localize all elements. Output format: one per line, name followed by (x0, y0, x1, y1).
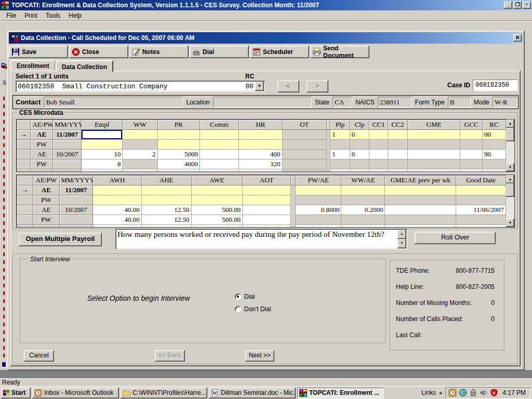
grid-cell[interactable] (350, 140, 369, 150)
grid-cell[interactable]: 12.50 (141, 205, 191, 215)
grid-cell[interactable] (282, 130, 326, 140)
grid-cell[interactable] (483, 140, 506, 150)
grid-cell[interactable] (369, 150, 388, 159)
grid-cell[interactable] (388, 150, 408, 159)
grid-cell[interactable] (295, 215, 341, 225)
grid-cell[interactable] (369, 130, 388, 140)
grid-cell[interactable] (295, 225, 341, 228)
grid-cell[interactable] (191, 225, 242, 228)
menu-help[interactable]: Help (64, 11, 86, 20)
globe-tray-icon[interactable] (459, 389, 467, 397)
grid-cell[interactable] (341, 225, 385, 228)
grid-cell[interactable] (123, 169, 157, 172)
grid-cell[interactable] (157, 169, 200, 172)
menu-tools[interactable]: Tools (42, 11, 64, 20)
dialog-close-button[interactable]: ✕ (513, 34, 522, 42)
combo-dropdown-icon[interactable]: ▼ (255, 82, 264, 91)
scroll-up-icon[interactable]: ▲ (506, 119, 514, 128)
grid-cell[interactable] (123, 159, 157, 169)
taskbar-button-app[interactable]: TOPCATI: Enrollment ... (297, 388, 384, 398)
grid-cell[interactable] (330, 140, 350, 150)
grid-cell[interactable] (200, 159, 238, 169)
grid-cell[interactable] (93, 225, 142, 228)
notes-button[interactable]: Notes (129, 46, 189, 58)
grid-cell[interactable] (191, 185, 242, 195)
mode-field[interactable]: W-R (493, 97, 517, 108)
scroll-thumb[interactable] (506, 183, 514, 197)
grid-cell[interactable] (456, 215, 506, 225)
prev-unit-button[interactable]: < (277, 81, 299, 92)
grid-cell[interactable] (282, 169, 326, 172)
scroll-thumb[interactable] (506, 128, 514, 141)
grid-cell[interactable] (369, 169, 388, 172)
grid-cell[interactable]: 500.00 (191, 205, 242, 215)
grid-cell[interactable]: 320 (239, 159, 282, 169)
grid-cell[interactable]: 40.00 (93, 205, 142, 215)
grid-cell[interactable]: 00 (483, 130, 506, 140)
start-button[interactable]: Start (1, 388, 31, 398)
grid-cell[interactable] (239, 130, 282, 140)
grid-cell[interactable] (388, 159, 408, 169)
grid-cell[interactable]: 10 (82, 150, 123, 159)
grid-cell[interactable] (341, 185, 385, 195)
grid-cell[interactable]: 2 (123, 150, 157, 159)
grid-cell[interactable] (141, 195, 191, 205)
grid-cell[interactable] (350, 159, 369, 169)
cancel-button[interactable]: Cancel (24, 350, 54, 362)
location-field[interactable] (213, 97, 312, 108)
grid-cell[interactable] (242, 185, 291, 195)
taskbar-button-word[interactable]: WDillman Seminar.doc - Mic... (209, 388, 296, 398)
grid-cell[interactable] (330, 159, 350, 169)
grid-cell[interactable]: 0 (330, 169, 350, 172)
shield-tray-icon[interactable]: V (490, 389, 498, 397)
grid-cell[interactable] (407, 159, 460, 169)
next-unit-button[interactable]: > (307, 81, 328, 92)
grid-cell[interactable] (200, 140, 238, 150)
grid-cell[interactable] (242, 195, 291, 205)
grid-cell[interactable] (388, 140, 408, 150)
grid-cell[interactable] (242, 225, 291, 228)
grid-cell[interactable]: 11/06/2007 (456, 205, 506, 215)
grid-cell[interactable] (200, 169, 238, 172)
grid-cell[interactable] (82, 169, 123, 172)
grid-cell[interactable] (369, 140, 388, 150)
radio-option-dial[interactable]: Dial (235, 293, 255, 300)
grid-cell[interactable]: 0 (350, 150, 369, 159)
state-field[interactable]: CA (332, 97, 352, 108)
grid-cell[interactable] (123, 140, 157, 150)
speaker-tray-icon[interactable] (480, 389, 488, 397)
grid-cell[interactable] (239, 140, 282, 150)
grid-cell[interactable]: 40.00 (93, 215, 142, 225)
grid-cell[interactable] (369, 159, 388, 169)
grid-cell[interactable] (341, 215, 385, 225)
grid-cell[interactable] (460, 140, 483, 150)
don-t-dial-radio[interactable] (235, 306, 241, 312)
contact-field[interactable]: Bob Small (44, 97, 183, 108)
dial-radio[interactable] (235, 294, 241, 300)
grid-cell[interactable] (407, 130, 460, 140)
scroll-up-icon[interactable]: ▲ (506, 175, 514, 183)
grid-cell[interactable]: 4000 (157, 159, 200, 169)
scheduler-button[interactable]: Scheduler (250, 46, 309, 58)
grid-cell[interactable] (141, 225, 191, 228)
scroll-down-icon[interactable]: ▼ (506, 219, 514, 227)
minimize-button[interactable]: _ (504, 2, 512, 9)
grid1-scrollbar[interactable]: ▲ ▼ (506, 119, 514, 171)
grid-cell[interactable] (93, 185, 142, 195)
grid-cell[interactable] (82, 130, 123, 140)
grid-cell[interactable] (200, 150, 238, 159)
grid2-scrollbar[interactable]: ▲ ▼ (506, 175, 514, 227)
grid-cell[interactable] (385, 225, 456, 228)
tab-data-collection[interactable]: Data Collection (56, 60, 113, 72)
roll-over-button[interactable]: Roll Over (415, 232, 496, 244)
grid-cell[interactable] (239, 169, 282, 172)
grid-cell[interactable] (385, 205, 456, 215)
tab-enrollment[interactable]: Enrollment (10, 60, 55, 71)
grid-cell[interactable] (460, 159, 483, 169)
grid-cell[interactable]: 500.00 (191, 215, 242, 225)
grid-cell[interactable] (242, 215, 291, 225)
grid-cell[interactable] (123, 130, 157, 140)
grid-cell[interactable] (456, 225, 506, 228)
taskbar-button-folder[interactable]: C:\WINNT\Profiles\Harre... (121, 388, 207, 398)
grid-cell[interactable]: 90 (483, 150, 506, 159)
